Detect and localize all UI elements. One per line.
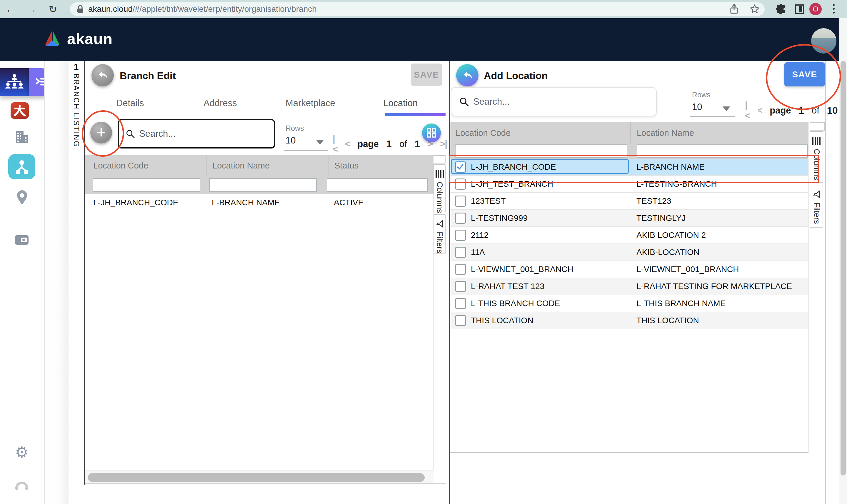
organisation-applet-tile[interactable] bbox=[0, 68, 29, 96]
dropdown-arrow-icon[interactable] bbox=[723, 106, 730, 111]
location-pin-icon[interactable] bbox=[16, 190, 28, 205]
row-checkbox[interactable] bbox=[455, 315, 466, 326]
filter-location-code-input[interactable] bbox=[93, 178, 200, 192]
save-button[interactable]: SAVE bbox=[785, 62, 825, 87]
row-checkbox[interactable] bbox=[455, 230, 466, 241]
browser-profile-avatar[interactable]: O bbox=[809, 3, 822, 15]
dropdown-arrow-icon[interactable] bbox=[316, 140, 324, 145]
rows-per-page-select[interactable]: 10 bbox=[692, 102, 702, 112]
total-pages: 10 bbox=[827, 105, 838, 116]
table-body: L-JH_BRANCH_CODE L-BRANCH NAME L-JH_TEST… bbox=[450, 159, 808, 329]
company-applet-icon[interactable] bbox=[15, 130, 29, 144]
overflow-menu-icon[interactable] bbox=[833, 4, 835, 14]
filter-location-name-input[interactable] bbox=[209, 178, 317, 192]
horizontal-scrollbar[interactable] bbox=[85, 470, 433, 484]
table-row[interactable]: L-TESTING999 TESTINGLYJ bbox=[450, 210, 808, 227]
rows-label: Rows bbox=[692, 91, 710, 99]
cell-location-code: L-RAHAT TEST 123 bbox=[471, 282, 631, 291]
cell-location-code: L-JH_BRANCH_CODE bbox=[85, 198, 206, 207]
back-button[interactable] bbox=[456, 64, 479, 87]
rows-label: Rows bbox=[286, 124, 304, 132]
filters-tab[interactable]: Filters bbox=[433, 214, 446, 254]
page-title: Branch Edit bbox=[120, 70, 176, 82]
table-row[interactable]: 2112 AKIB LOCATION 2 bbox=[450, 227, 808, 244]
tab-location[interactable]: Location bbox=[356, 91, 446, 116]
header-location-code[interactable]: Location Code bbox=[85, 155, 206, 176]
org-chart-icon bbox=[5, 73, 24, 91]
save-button-disabled[interactable]: SAVE bbox=[411, 64, 442, 86]
filter-status-input[interactable] bbox=[327, 178, 428, 192]
plus-icon: + bbox=[96, 124, 106, 141]
row-checkbox[interactable] bbox=[455, 213, 466, 224]
row-checkbox[interactable] bbox=[455, 161, 466, 173]
table-row[interactable]: 123TEST TEST123 bbox=[450, 193, 808, 210]
browser-forward-icon[interactable]: → bbox=[25, 3, 38, 16]
filter-location-code-input[interactable] bbox=[455, 144, 627, 158]
table-row[interactable]: L-VIEWNET_001_BRANCH L-VIEWNET_001_BRANC… bbox=[450, 261, 808, 278]
filters-tab[interactable]: Filters bbox=[810, 185, 823, 228]
header-location-code[interactable]: Location Code bbox=[450, 122, 630, 144]
last-page-button[interactable]: >| bbox=[440, 139, 447, 149]
table-row[interactable]: L-RAHAT TEST 123 L-RAHAT TESTING FOR MAR… bbox=[450, 278, 808, 295]
app-header: akaun bbox=[0, 18, 847, 61]
tab-marketplace[interactable]: Marketplace bbox=[265, 91, 356, 116]
prev-page-button[interactable]: < bbox=[757, 105, 762, 116]
table-row[interactable]: 11A AKIB-LOCATION bbox=[450, 244, 808, 261]
cell-location-code: THIS LOCATION bbox=[471, 316, 631, 325]
table-header-row: Location Code Location Name Status bbox=[85, 155, 433, 176]
extension-puzzle-icon[interactable] bbox=[773, 2, 789, 16]
row-checkbox[interactable] bbox=[455, 247, 466, 258]
rows-per-page-select[interactable]: 10 bbox=[286, 135, 295, 146]
url-text: akaun.cloud/#/applet/tnt/wavelet/erp/ent… bbox=[88, 4, 317, 14]
table-row[interactable]: L-JH_BRANCH_CODE L-BRANCH NAME ACTIVE bbox=[85, 194, 433, 212]
wallet-icon[interactable] bbox=[15, 234, 29, 246]
row-checkbox[interactable] bbox=[455, 298, 466, 309]
browser-back-icon[interactable]: ← bbox=[4, 3, 17, 16]
location-search-box[interactable]: Search... bbox=[451, 87, 657, 116]
tab-address[interactable]: Address bbox=[175, 91, 266, 116]
tab-details[interactable]: Details bbox=[85, 91, 175, 116]
row-checkbox[interactable] bbox=[455, 264, 466, 275]
cell-location-name: TESTINGLYJ bbox=[631, 214, 686, 223]
bookmark-star-icon[interactable] bbox=[746, 2, 763, 16]
gear-icon[interactable]: ⚙ bbox=[15, 445, 29, 459]
current-page: 1 bbox=[386, 139, 392, 150]
branch-applet-icon-active[interactable] bbox=[8, 154, 35, 179]
row-checkbox[interactable] bbox=[455, 179, 466, 190]
back-button[interactable] bbox=[91, 64, 114, 87]
akaun-logo[interactable]: akaun bbox=[43, 30, 113, 48]
row-checkbox[interactable] bbox=[455, 196, 466, 207]
scrollbar-thumb[interactable] bbox=[88, 473, 425, 482]
filter-location-name-input[interactable] bbox=[637, 144, 808, 158]
available-locations-table: Location Code Location Name L-JH_BRANCH_… bbox=[450, 122, 809, 453]
header-status[interactable]: Status bbox=[328, 155, 433, 176]
address-bar[interactable]: akaun.cloud/#/applet/tnt/wavelet/erp/ent… bbox=[70, 2, 765, 16]
filter-funnel-icon bbox=[436, 220, 444, 228]
columns-tab[interactable]: Columns bbox=[810, 131, 823, 183]
cjk-applet-icon[interactable] bbox=[11, 102, 29, 119]
cell-status: ACTIVE bbox=[328, 198, 433, 207]
header-location-name[interactable]: Location Name bbox=[630, 122, 808, 144]
side-panel-icon[interactable] bbox=[791, 2, 808, 16]
table-row[interactable]: THIS LOCATION THIS LOCATION bbox=[450, 312, 808, 329]
add-location-button[interactable]: + bbox=[90, 122, 112, 144]
first-page-button[interactable]: |< bbox=[745, 100, 750, 121]
row-checkbox[interactable] bbox=[455, 281, 466, 292]
user-avatar[interactable] bbox=[811, 28, 836, 54]
browser-reload-icon[interactable]: ↻ bbox=[47, 3, 59, 16]
scrollbar-thumb[interactable] bbox=[841, 61, 846, 475]
first-page-button[interactable]: |< bbox=[332, 133, 337, 155]
table-row[interactable]: L-JH_BRANCH_CODE L-BRANCH NAME bbox=[450, 159, 808, 176]
table-row[interactable]: L-THIS BRANCH CODE L-THIS BRANCH NAME bbox=[450, 295, 808, 312]
location-search-box[interactable]: Search... bbox=[118, 119, 275, 148]
search-placeholder: Search... bbox=[139, 128, 176, 139]
page-scrollbar[interactable] bbox=[839, 18, 847, 504]
columns-tab[interactable]: Columns bbox=[433, 164, 446, 212]
prev-page-button[interactable]: < bbox=[345, 139, 350, 149]
headset-icon[interactable] bbox=[15, 478, 29, 490]
grid-view-button[interactable] bbox=[422, 124, 441, 142]
header-location-name[interactable]: Location Name bbox=[206, 155, 328, 176]
share-icon[interactable] bbox=[726, 2, 742, 16]
branch-location-table: Location Code Location Name Status L-JH_… bbox=[85, 155, 433, 212]
table-row[interactable]: L-JH_TEST_BRANCH L-TESTING-BRANCH bbox=[450, 176, 808, 193]
